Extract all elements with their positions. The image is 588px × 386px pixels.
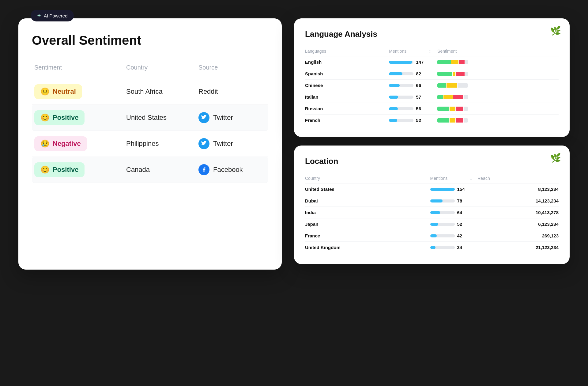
lang-sentiment-bar <box>437 115 559 126</box>
loc-sort-val <box>470 184 478 195</box>
lang-sort-val <box>429 115 437 126</box>
country-cell: South Africa <box>124 88 196 96</box>
loc-bar: 42 <box>430 230 470 242</box>
lang-name: Russian <box>305 103 389 115</box>
sentiment-cell: 😢 Negative <box>32 136 124 151</box>
loc-bar: 34 <box>430 242 470 253</box>
loc-sort-val <box>470 195 478 207</box>
lang-sentiment-bar <box>437 91 559 103</box>
sentiment-label: Negative <box>53 140 81 148</box>
loc-reach: 14,123,234 <box>477 195 559 207</box>
loc-sort-val <box>470 218 478 230</box>
loc-bar: 52 <box>430 218 470 230</box>
source-cell-wrapper: Facebook <box>196 164 268 175</box>
loc-country-name: Dubai <box>305 195 430 207</box>
sentiment-badge: 😊 Positive <box>34 162 85 177</box>
loc-col-reach: Reach <box>477 173 559 184</box>
lang-bar: 57 <box>389 91 429 103</box>
language-panel: 🌿 Language Analysis Languages Mentions ↕… <box>294 18 570 137</box>
loc-reach: 6,123,234 <box>477 218 559 230</box>
loc-country-name: United States <box>305 184 430 195</box>
language-panel-title: Language Analysis <box>305 29 559 39</box>
list-item: Spanish 82 <box>305 68 559 80</box>
loc-reach: 10,413,278 <box>477 207 559 218</box>
sentiment-cell: 😐 Neutral <box>32 84 124 99</box>
header-sentiment: Sentiment <box>32 64 124 71</box>
ai-badge: ✦ AI Powered <box>31 10 74 21</box>
sentiment-label: Positive <box>53 114 78 122</box>
lang-mentions: 52 <box>416 118 421 123</box>
list-item: French 52 <box>305 115 559 126</box>
location-panel-title: Location <box>305 157 559 166</box>
table-row: 😢 Negative Philippines Twitter <box>32 131 268 157</box>
lang-name: English <box>305 56 389 68</box>
loc-reach: 269,123 <box>477 230 559 242</box>
list-item: Italian 57 <box>305 91 559 103</box>
sentiment-panel: ✦ AI Powered Overall Sentiment Sentiment… <box>18 18 282 270</box>
right-panels: 🌿 Language Analysis Languages Mentions ↕… <box>294 18 570 264</box>
source-cell: Twitter <box>198 112 266 123</box>
table-row: 😊 Positive Canada Facebook <box>32 157 268 183</box>
lang-sort-val <box>429 68 437 80</box>
lang-mentions: 147 <box>416 59 424 65</box>
loc-reach: 21,123,234 <box>477 242 559 253</box>
sentiment-cell: 😊 Positive <box>32 162 124 177</box>
loc-bar: 78 <box>430 195 470 207</box>
source-cell: Facebook <box>198 164 266 175</box>
location-panel: 🌿 Location Country Mentions ↕ Reach Unit… <box>294 146 570 264</box>
loc-sort-val <box>470 207 478 218</box>
sentiment-badge: 😐 Neutral <box>34 84 82 99</box>
lang-col-sort[interactable]: ↕ <box>429 46 437 56</box>
source-cell-wrapper: Twitter <box>196 138 268 149</box>
list-item: Dubai 78 14,123,234 <box>305 195 559 207</box>
lang-bar: 147 <box>389 56 429 68</box>
lang-sentiment-bar <box>437 56 559 68</box>
lang-sentiment-bar <box>437 80 559 91</box>
lang-sort-val <box>429 80 437 91</box>
loc-bar: 154 <box>430 184 470 195</box>
lang-col-language: Languages <box>305 46 389 56</box>
list-item: United Kingdom 34 21,123,234 <box>305 242 559 253</box>
sentiment-label: Neutral <box>53 88 76 96</box>
loc-country-name: India <box>305 207 430 218</box>
country-cell: United States <box>124 114 196 122</box>
list-item: United States 154 8,123,234 <box>305 184 559 195</box>
loc-country-name: United Kingdom <box>305 242 430 253</box>
language-table: Languages Mentions ↕ Sentiment English 1… <box>305 46 559 126</box>
lang-col-sentiment: Sentiment <box>437 46 559 56</box>
lang-sort-val <box>429 91 437 103</box>
loc-mentions: 52 <box>457 221 462 227</box>
location-logo: 🌿 <box>550 153 561 163</box>
loc-sort-val <box>470 242 478 253</box>
list-item: Japan 52 6,123,234 <box>305 218 559 230</box>
lang-bar: 82 <box>389 68 429 80</box>
lang-mentions: 57 <box>416 94 421 100</box>
header-source: Source <box>196 64 268 71</box>
lang-name: French <box>305 115 389 126</box>
loc-mentions: 42 <box>457 233 462 238</box>
lang-sort-val <box>429 103 437 115</box>
source-cell-wrapper: Reddit <box>196 88 268 96</box>
list-item: France 42 269,123 <box>305 230 559 242</box>
loc-col-sort[interactable]: ↕ <box>470 173 478 184</box>
sentiment-table-body: 😐 Neutral South Africa Reddit 😊 Positive… <box>32 79 268 183</box>
lang-sentiment-bar <box>437 103 559 115</box>
source-label: Reddit <box>198 88 218 95</box>
loc-mentions: 64 <box>457 210 462 215</box>
ai-icon: ✦ <box>37 12 41 19</box>
sentiment-cell: 😊 Positive <box>32 110 124 125</box>
loc-sort-val <box>470 230 478 242</box>
sentiment-emoji: 😢 <box>40 139 50 148</box>
facebook-icon <box>198 164 209 175</box>
lang-name: Spanish <box>305 68 389 80</box>
loc-mentions: 78 <box>457 198 462 203</box>
table-row: 😐 Neutral South Africa Reddit <box>32 79 268 105</box>
source-label: Twitter <box>213 140 233 148</box>
loc-country-name: Japan <box>305 218 430 230</box>
sentiment-emoji: 😊 <box>40 113 50 122</box>
loc-col-mentions: Mentions <box>430 173 470 184</box>
source-label: Facebook <box>213 166 243 174</box>
lang-mentions: 56 <box>416 106 421 111</box>
source-cell-wrapper: Twitter <box>196 112 268 123</box>
loc-bar: 64 <box>430 207 470 218</box>
